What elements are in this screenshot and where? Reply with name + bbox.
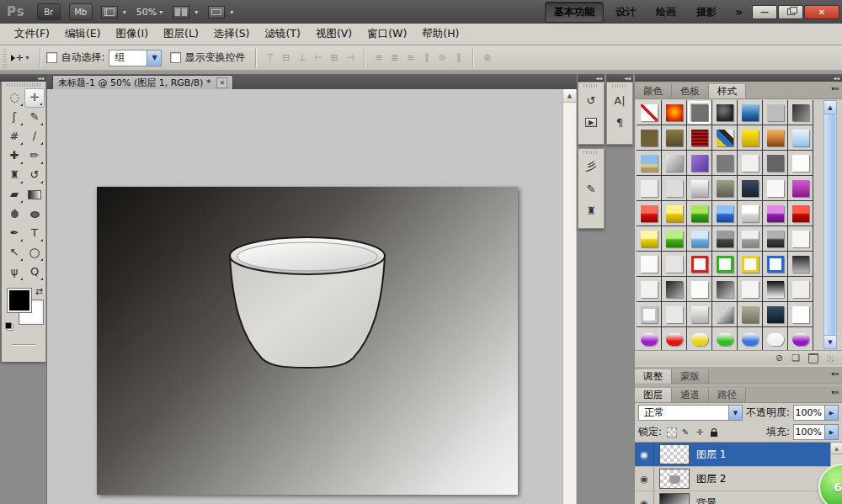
style-swatch-9-2[interactable]: [687, 327, 712, 350]
panel-resize-grip[interactable]: [827, 355, 834, 362]
clone-stamp-tool[interactable]: ♜: [4, 166, 24, 185]
layer-thumbnail[interactable]: [659, 444, 690, 464]
toolbar-collapse-header[interactable]: ◄◄: [0, 74, 46, 82]
quick-selection-tool[interactable]: ✎: [24, 108, 45, 127]
styles-scroll-down-icon[interactable]: ▼: [824, 335, 836, 348]
lock-pixels-icon[interactable]: ✎: [679, 427, 691, 438]
actions-panel-icon[interactable]: ▶: [581, 113, 601, 131]
default-colors-icon[interactable]: [5, 322, 13, 331]
workspace-button-绘画[interactable]: 绘画: [647, 3, 685, 22]
workspace-button-基本功能[interactable]: 基本功能: [545, 2, 604, 23]
type-tool[interactable]: T: [24, 224, 45, 243]
fill-field[interactable]: 100% ▶: [793, 424, 839, 440]
layers-tab-路径[interactable]: 路径: [709, 388, 746, 402]
restore-button[interactable]: [778, 5, 803, 19]
style-swatch-6-0[interactable]: [637, 252, 662, 277]
layer-thumbnail[interactable]: [659, 493, 690, 504]
styles-tab-色板[interactable]: 色板: [672, 84, 709, 98]
toolbar-grip[interactable]: [7, 83, 40, 87]
chevron-down-icon[interactable]: ▼: [728, 406, 742, 420]
character-panel-icon[interactable]: A|: [610, 91, 630, 109]
elliptical-marquee-tool[interactable]: ◌: [4, 88, 24, 108]
view-extras-icon[interactable]: [101, 5, 120, 19]
menu-item-8[interactable]: 帮助(H): [414, 24, 466, 45]
lasso-tool[interactable]: ʃ: [4, 108, 24, 127]
opacity-slider-icon[interactable]: ▶: [824, 406, 838, 420]
style-swatch-7-4[interactable]: [738, 277, 763, 302]
menu-item-3[interactable]: 图层(L): [156, 24, 206, 45]
menu-item-2[interactable]: 图像(I): [109, 24, 156, 45]
style-swatch-7-1[interactable]: [662, 277, 687, 302]
minimize-button[interactable]: —: [752, 5, 777, 19]
style-swatch-2-6[interactable]: [788, 151, 813, 176]
arrange-documents-icon[interactable]: [173, 5, 191, 19]
style-swatch-4-0[interactable]: [637, 201, 662, 226]
styles-panel-menu-icon[interactable]: ▾≡: [831, 85, 839, 93]
adjustments-panel-menu-icon[interactable]: ▾≡: [831, 370, 839, 378]
style-swatch-2-2[interactable]: [687, 151, 712, 176]
style-swatch-9-4[interactable]: [738, 327, 763, 350]
delete-style-icon[interactable]: [808, 353, 818, 363]
dock-collapse-header[interactable]: ◄◄: [635, 74, 842, 82]
layer-thumbnail[interactable]: [659, 469, 690, 489]
style-swatch-5-1[interactable]: [662, 226, 687, 252]
style-swatch-1-6[interactable]: [788, 125, 813, 151]
crop-tool[interactable]: #: [4, 127, 24, 146]
brush-presets-panel-icon[interactable]: 彡: [581, 157, 601, 176]
style-swatch-1-3[interactable]: [712, 125, 738, 151]
screen-mode-dropdown-icon[interactable]: ▾: [230, 8, 233, 16]
brush-panel-icon[interactable]: ✎: [581, 179, 601, 198]
spot-healing-brush-tool[interactable]: ✚: [4, 146, 24, 166]
menu-item-7[interactable]: 窗口(W): [360, 24, 414, 45]
style-swatch-6-6[interactable]: [788, 252, 813, 277]
document-vertical-scrollbar[interactable]: ▲: [562, 89, 576, 504]
style-swatch-0-2[interactable]: [687, 100, 712, 125]
style-swatch-0-1[interactable]: [662, 100, 687, 125]
style-swatch-3-2[interactable]: [687, 176, 712, 201]
style-swatch-6-3[interactable]: [712, 252, 738, 277]
style-swatch-5-2[interactable]: [687, 226, 712, 252]
style-swatch-6-1[interactable]: [662, 252, 687, 277]
layers-scroll-up-icon[interactable]: ▲: [831, 443, 842, 454]
style-swatch-5-5[interactable]: [763, 226, 788, 252]
style-swatch-1-4[interactable]: [738, 125, 763, 151]
style-swatch-1-1[interactable]: [662, 125, 687, 151]
style-swatch-8-4[interactable]: [738, 302, 763, 327]
eraser-tool[interactable]: ▰: [4, 185, 24, 204]
style-swatch-4-2[interactable]: [687, 201, 712, 226]
style-swatch-7-0[interactable]: [637, 277, 662, 302]
style-swatch-7-2[interactable]: [687, 277, 712, 302]
style-swatch-8-5[interactable]: [763, 302, 788, 327]
style-swatch-3-1[interactable]: [662, 176, 687, 201]
style-swatch-0-4[interactable]: [738, 100, 763, 125]
style-swatch-4-5[interactable]: [763, 201, 788, 226]
style-swatch-3-0[interactable]: [637, 176, 662, 201]
ellipse-shape-tool[interactable]: ○: [24, 243, 45, 263]
style-swatch-2-5[interactable]: [763, 151, 788, 176]
close-button[interactable]: ✕: [804, 5, 839, 19]
workspace-button-摄影[interactable]: 摄影: [688, 3, 725, 22]
swap-colors-icon[interactable]: ⇄: [35, 286, 43, 297]
scroll-up-icon[interactable]: ▲: [563, 89, 576, 103]
paragraph-panel-icon[interactable]: ¶: [610, 113, 630, 131]
screen-mode-icon[interactable]: [208, 5, 226, 19]
style-swatch-2-1[interactable]: [662, 151, 687, 176]
styles-scrollbar[interactable]: ▲ ▼: [823, 100, 837, 349]
path-selection-tool[interactable]: ↖: [4, 243, 24, 263]
layer-visibility-toggle[interactable]: ◉: [635, 467, 654, 491]
style-swatch-1-5[interactable]: [763, 125, 788, 151]
layer-row-背景[interactable]: ◉背景: [635, 491, 842, 504]
style-swatch-2-0[interactable]: [637, 151, 662, 176]
move-tool[interactable]: ✛: [24, 88, 45, 108]
styles-tab-样式[interactable]: 样式: [709, 84, 746, 98]
style-swatch-6-5[interactable]: [763, 252, 788, 277]
gradient-tool[interactable]: [24, 185, 45, 204]
style-swatch-3-3[interactable]: [712, 176, 738, 201]
style-swatch-9-6[interactable]: [788, 327, 813, 350]
style-swatch-2-4[interactable]: [738, 151, 763, 176]
show-transform-checkbox[interactable]: [170, 52, 181, 63]
adjustments-tab-蒙版[interactable]: 蒙版: [672, 369, 709, 384]
styles-scroll-thumb[interactable]: [825, 114, 835, 335]
style-swatch-9-1[interactable]: [662, 327, 687, 350]
foreground-color-swatch[interactable]: [8, 289, 31, 312]
